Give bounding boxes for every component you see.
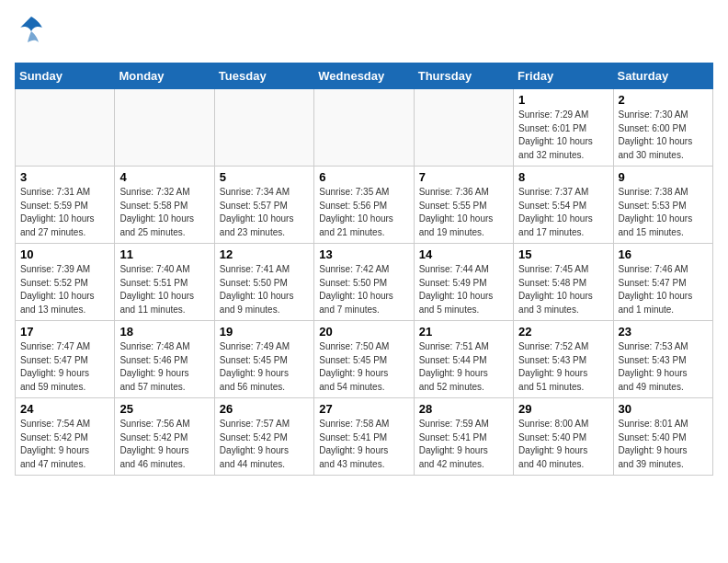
- day-info: Sunrise: 7:47 AM Sunset: 5:47 PM Dayligh…: [20, 340, 109, 394]
- calendar-day-cell: [414, 89, 513, 167]
- calendar-day-cell: 5Sunrise: 7:34 AM Sunset: 5:57 PM Daylig…: [214, 167, 313, 244]
- day-info: Sunrise: 7:45 AM Sunset: 5:48 PM Dayligh…: [518, 263, 608, 316]
- day-number: 9: [619, 170, 708, 184]
- day-number: 23: [619, 325, 708, 339]
- calendar-day-cell: 9Sunrise: 7:38 AM Sunset: 5:53 PM Daylig…: [613, 167, 712, 244]
- weekday-header: Saturday: [613, 63, 712, 89]
- day-info: Sunrise: 7:41 AM Sunset: 5:50 PM Dayligh…: [220, 263, 309, 316]
- day-info: Sunrise: 7:35 AM Sunset: 5:56 PM Dayligh…: [319, 186, 408, 239]
- calendar-day-cell: 22Sunrise: 7:52 AM Sunset: 5:43 PM Dayli…: [514, 321, 613, 398]
- day-info: Sunrise: 7:37 AM Sunset: 5:54 PM Dayligh…: [518, 186, 608, 239]
- calendar-day-cell: 30Sunrise: 8:01 AM Sunset: 5:40 PM Dayli…: [613, 398, 712, 476]
- logo-bird-icon: [18, 15, 44, 52]
- weekday-header: Friday: [514, 63, 613, 89]
- day-info: Sunrise: 7:42 AM Sunset: 5:50 PM Dayligh…: [319, 263, 408, 316]
- day-number: 27: [319, 402, 408, 416]
- day-info: Sunrise: 7:56 AM Sunset: 5:42 PM Dayligh…: [119, 418, 209, 471]
- calendar-header-row: SundayMondayTuesdayWednesdayThursdayFrid…: [16, 63, 713, 89]
- day-info: Sunrise: 7:40 AM Sunset: 5:51 PM Dayligh…: [119, 263, 209, 316]
- page-header: [15, 15, 713, 52]
- day-info: Sunrise: 7:44 AM Sunset: 5:49 PM Dayligh…: [419, 263, 508, 316]
- day-info: Sunrise: 7:31 AM Sunset: 5:59 PM Dayligh…: [20, 186, 109, 239]
- calendar-day-cell: 17Sunrise: 7:47 AM Sunset: 5:47 PM Dayli…: [16, 321, 115, 398]
- day-number: 25: [119, 402, 209, 416]
- calendar-day-cell: 26Sunrise: 7:57 AM Sunset: 5:42 PM Dayli…: [214, 398, 313, 476]
- calendar-day-cell: 6Sunrise: 7:35 AM Sunset: 5:56 PM Daylig…: [314, 167, 414, 244]
- day-number: 10: [20, 247, 109, 261]
- day-number: 28: [419, 402, 508, 416]
- day-number: 16: [619, 247, 708, 261]
- calendar-day-cell: 10Sunrise: 7:39 AM Sunset: 5:52 PM Dayli…: [16, 244, 115, 321]
- logo: [15, 15, 44, 52]
- day-info: Sunrise: 7:38 AM Sunset: 5:53 PM Dayligh…: [619, 186, 708, 239]
- day-info: Sunrise: 8:01 AM Sunset: 5:40 PM Dayligh…: [619, 418, 708, 471]
- calendar-table: SundayMondayTuesdayWednesdayThursdayFrid…: [15, 63, 713, 476]
- day-info: Sunrise: 7:59 AM Sunset: 5:41 PM Dayligh…: [419, 418, 508, 471]
- day-number: 4: [119, 170, 209, 184]
- day-number: 3: [20, 170, 109, 184]
- calendar-day-cell: 21Sunrise: 7:51 AM Sunset: 5:44 PM Dayli…: [414, 321, 513, 398]
- weekday-header: Monday: [115, 63, 214, 89]
- calendar-day-cell: 15Sunrise: 7:45 AM Sunset: 5:48 PM Dayli…: [514, 244, 613, 321]
- calendar-day-cell: 1Sunrise: 7:29 AM Sunset: 6:01 PM Daylig…: [514, 89, 613, 167]
- day-info: Sunrise: 7:50 AM Sunset: 5:45 PM Dayligh…: [319, 340, 408, 394]
- day-number: 15: [518, 247, 608, 261]
- day-number: 7: [419, 170, 508, 184]
- day-info: Sunrise: 7:36 AM Sunset: 5:55 PM Dayligh…: [419, 186, 508, 239]
- day-info: Sunrise: 7:54 AM Sunset: 5:42 PM Dayligh…: [20, 418, 109, 471]
- day-info: Sunrise: 7:58 AM Sunset: 5:41 PM Dayligh…: [319, 418, 408, 471]
- day-number: 11: [119, 247, 209, 261]
- calendar-day-cell: 14Sunrise: 7:44 AM Sunset: 5:49 PM Dayli…: [414, 244, 513, 321]
- day-number: 22: [518, 325, 608, 339]
- calendar-day-cell: 2Sunrise: 7:30 AM Sunset: 6:00 PM Daylig…: [613, 89, 712, 167]
- calendar-day-cell: 25Sunrise: 7:56 AM Sunset: 5:42 PM Dayli…: [115, 398, 214, 476]
- day-info: Sunrise: 7:30 AM Sunset: 6:00 PM Dayligh…: [619, 109, 708, 162]
- day-number: 18: [119, 325, 209, 339]
- calendar-day-cell: 16Sunrise: 7:46 AM Sunset: 5:47 PM Dayli…: [613, 244, 712, 321]
- day-info: Sunrise: 7:29 AM Sunset: 6:01 PM Dayligh…: [518, 109, 608, 162]
- calendar-day-cell: 27Sunrise: 7:58 AM Sunset: 5:41 PM Dayli…: [314, 398, 414, 476]
- day-number: 24: [20, 402, 109, 416]
- weekday-header: Thursday: [414, 63, 513, 89]
- calendar-day-cell: 12Sunrise: 7:41 AM Sunset: 5:50 PM Dayli…: [214, 244, 313, 321]
- calendar-day-cell: 19Sunrise: 7:49 AM Sunset: 5:45 PM Dayli…: [214, 321, 313, 398]
- calendar-day-cell: 18Sunrise: 7:48 AM Sunset: 5:46 PM Dayli…: [115, 321, 214, 398]
- calendar-day-cell: [115, 89, 214, 167]
- day-number: 21: [419, 325, 508, 339]
- day-number: 1: [518, 93, 608, 107]
- day-info: Sunrise: 7:48 AM Sunset: 5:46 PM Dayligh…: [119, 340, 209, 394]
- day-number: 5: [220, 170, 309, 184]
- calendar-day-cell: [314, 89, 414, 167]
- day-number: 29: [518, 402, 608, 416]
- day-info: Sunrise: 7:39 AM Sunset: 5:52 PM Dayligh…: [20, 263, 109, 316]
- calendar-day-cell: 11Sunrise: 7:40 AM Sunset: 5:51 PM Dayli…: [115, 244, 214, 321]
- day-number: 30: [619, 402, 708, 416]
- day-info: Sunrise: 7:53 AM Sunset: 5:43 PM Dayligh…: [619, 340, 708, 394]
- calendar-week-row: 1Sunrise: 7:29 AM Sunset: 6:01 PM Daylig…: [16, 89, 713, 167]
- calendar-week-row: 24Sunrise: 7:54 AM Sunset: 5:42 PM Dayli…: [16, 398, 713, 476]
- day-number: 19: [220, 325, 309, 339]
- calendar-day-cell: 4Sunrise: 7:32 AM Sunset: 5:58 PM Daylig…: [115, 167, 214, 244]
- calendar-day-cell: 20Sunrise: 7:50 AM Sunset: 5:45 PM Dayli…: [314, 321, 414, 398]
- calendar-day-cell: 29Sunrise: 8:00 AM Sunset: 5:40 PM Dayli…: [514, 398, 613, 476]
- calendar-day-cell: 7Sunrise: 7:36 AM Sunset: 5:55 PM Daylig…: [414, 167, 513, 244]
- weekday-header: Sunday: [16, 63, 115, 89]
- calendar-week-row: 17Sunrise: 7:47 AM Sunset: 5:47 PM Dayli…: [16, 321, 713, 398]
- calendar-day-cell: 28Sunrise: 7:59 AM Sunset: 5:41 PM Dayli…: [414, 398, 513, 476]
- day-number: 8: [518, 170, 608, 184]
- day-info: Sunrise: 7:32 AM Sunset: 5:58 PM Dayligh…: [119, 186, 209, 239]
- day-number: 14: [419, 247, 508, 261]
- day-info: Sunrise: 7:52 AM Sunset: 5:43 PM Dayligh…: [518, 340, 608, 394]
- weekday-header: Tuesday: [214, 63, 313, 89]
- day-info: Sunrise: 7:57 AM Sunset: 5:42 PM Dayligh…: [220, 418, 309, 471]
- calendar-week-row: 10Sunrise: 7:39 AM Sunset: 5:52 PM Dayli…: [16, 244, 713, 321]
- weekday-header: Wednesday: [314, 63, 414, 89]
- day-info: Sunrise: 7:49 AM Sunset: 5:45 PM Dayligh…: [220, 340, 309, 394]
- day-number: 12: [220, 247, 309, 261]
- day-number: 20: [319, 325, 408, 339]
- calendar-day-cell: 24Sunrise: 7:54 AM Sunset: 5:42 PM Dayli…: [16, 398, 115, 476]
- calendar-day-cell: 3Sunrise: 7:31 AM Sunset: 5:59 PM Daylig…: [16, 167, 115, 244]
- day-number: 26: [220, 402, 309, 416]
- day-info: Sunrise: 7:51 AM Sunset: 5:44 PM Dayligh…: [419, 340, 508, 394]
- calendar-week-row: 3Sunrise: 7:31 AM Sunset: 5:59 PM Daylig…: [16, 167, 713, 244]
